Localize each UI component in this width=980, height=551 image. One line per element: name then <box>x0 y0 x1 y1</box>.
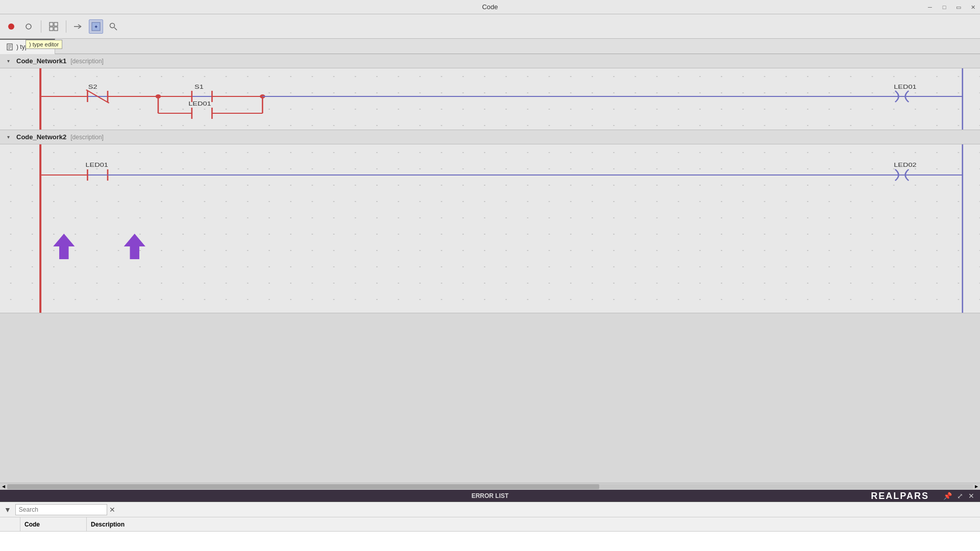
error-table-header: Code Description <box>0 517 980 532</box>
tab-icon <box>6 43 13 51</box>
svg-text:LED01: LED01 <box>85 162 108 168</box>
toolbar: ✦ <box>0 14 980 39</box>
svg-rect-5 <box>54 27 58 31</box>
panel-controls: 📌 ⤢ ✕ <box>942 492 976 500</box>
scroll-track <box>7 484 973 489</box>
error-table-body <box>0 532 980 551</box>
svg-text:S2: S2 <box>88 84 97 90</box>
network-1-name: Code_Network1 <box>16 57 66 65</box>
svg-point-1 <box>26 24 31 29</box>
network-1-desc: [description] <box>70 58 104 65</box>
svg-text:S1: S1 <box>194 84 204 90</box>
close-button[interactable]: ✕ <box>966 0 980 14</box>
svg-rect-47 <box>0 144 980 313</box>
circle-button[interactable] <box>21 19 36 34</box>
error-panel: ERROR LIST REALPARS 📌 ⤢ ✕ ▼ ✕ Code Descr… <box>0 490 980 551</box>
network-2-body: LED01 LED02 <box>0 144 980 313</box>
panel-expand-button[interactable]: ⤢ <box>955 492 965 500</box>
panel-pin-button[interactable]: 📌 <box>942 492 953 500</box>
network-1-body: S2 S1 LED01 <box>0 68 980 130</box>
network-1-ladder: S2 S1 LED01 <box>0 68 980 130</box>
realpars-text: REALPARS <box>871 491 929 502</box>
network-2-section: ▾ Code_Network2 [description] <box>0 130 980 313</box>
error-panel-title: ERROR LIST <box>472 492 509 499</box>
error-toolbar: ▼ ✕ <box>0 502 980 517</box>
scroll-right-button[interactable]: ▶ <box>973 483 980 490</box>
window-controls: ─ □ ▭ ✕ <box>923 0 980 14</box>
svg-point-0 <box>8 23 14 30</box>
search-input[interactable] <box>15 504 107 515</box>
svg-line-12 <box>114 28 117 30</box>
horizontal-scrollbar[interactable]: ◀ ▶ <box>0 483 980 490</box>
realpars-logo: REALPARS <box>871 490 929 502</box>
window-title: Code <box>482 3 498 11</box>
svg-text:✦: ✦ <box>94 24 98 30</box>
scroll-thumb[interactable] <box>7 484 599 489</box>
main-editor: ▾ Code_Network1 [description] <box>0 54 980 490</box>
svg-rect-18 <box>0 68 980 130</box>
svg-point-11 <box>110 23 115 28</box>
svg-rect-2 <box>50 22 53 26</box>
record-button[interactable] <box>4 19 18 34</box>
table-col-icon <box>0 517 20 531</box>
network-2-ladder: LED01 LED02 <box>0 144 980 313</box>
separator-1 <box>41 20 41 33</box>
network-1-collapse-button[interactable]: ▾ <box>4 57 12 65</box>
title-bar: Code ─ □ ▭ ✕ <box>0 0 980 14</box>
restore-button[interactable]: □ <box>937 0 951 14</box>
separator-2 <box>66 20 66 33</box>
network-2-collapse-button[interactable]: ▾ <box>4 133 12 141</box>
network-2-header: ▾ Code_Network2 [description] <box>0 130 980 144</box>
error-table: Code Description <box>0 517 980 551</box>
error-panel-header: ERROR LIST REALPARS 📌 ⤢ ✕ <box>0 490 980 502</box>
scroll-left-button[interactable]: ◀ <box>0 483 7 490</box>
svg-text:LED01: LED01 <box>894 84 916 90</box>
search-button[interactable] <box>106 19 120 34</box>
table-col-desc: Description <box>87 517 980 531</box>
network-2-desc: [description] <box>70 134 104 141</box>
maximize-button[interactable]: ▭ <box>951 0 966 14</box>
magic-button[interactable]: ✦ <box>89 19 103 34</box>
tooltip: ) type editor <box>26 40 62 49</box>
network-2-name: Code_Network2 <box>16 133 66 141</box>
filter-icon[interactable]: ▼ <box>4 506 11 514</box>
search-clear-icon[interactable]: ✕ <box>109 506 115 514</box>
network-1-section: ▾ Code_Network1 [description] <box>0 54 980 130</box>
chart-button[interactable] <box>46 19 61 34</box>
svg-text:LED02: LED02 <box>894 162 916 168</box>
svg-rect-3 <box>54 22 58 26</box>
minimize-button[interactable]: ─ <box>923 0 937 14</box>
arrow-button[interactable] <box>71 19 86 34</box>
table-col-code: Code <box>20 517 87 531</box>
svg-rect-4 <box>50 27 53 31</box>
tab-bar: ) type editor <box>0 39 980 54</box>
panel-close-button[interactable]: ✕ <box>967 492 976 500</box>
network-1-header: ▾ Code_Network1 [description] <box>0 54 980 68</box>
svg-text:LED01: LED01 <box>188 101 211 107</box>
